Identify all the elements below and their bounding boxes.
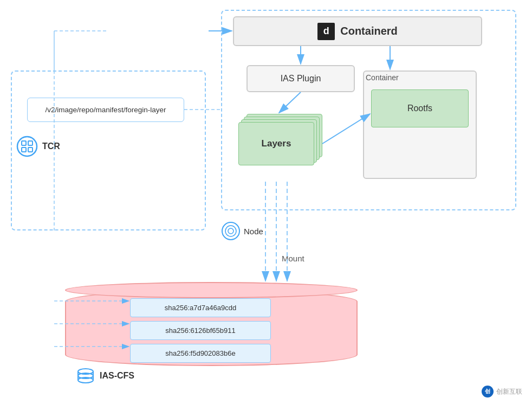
mount-label: Mount <box>282 254 304 263</box>
disk-top-ellipse <box>65 282 358 298</box>
ias-cfs-text: IAS-CFS <box>100 371 134 381</box>
svg-rect-2 <box>28 141 33 145</box>
hash-3-text: sha256:f5d902083b6e <box>165 349 235 357</box>
ias-plugin-label: IAS Plugin <box>281 74 321 84</box>
rootfs-label: Rootfs <box>407 104 432 113</box>
node-icon <box>221 221 241 241</box>
layer-card-4: Layers <box>238 122 314 165</box>
node-text: Node <box>244 227 263 236</box>
watermark: 创 创新互联 <box>482 386 522 397</box>
svg-rect-4 <box>28 148 33 152</box>
containerd-icon: d <box>317 23 335 40</box>
manifest-box: /v2/image/repo/manifest/foregin-layer <box>27 98 184 122</box>
manifest-path-label: /v2/image/repo/manifest/foregin-layer <box>46 106 166 114</box>
diagram-container: d Containerd IAS Plugin Container Rootfs… <box>0 0 532 404</box>
hash-box-2: sha256:6126bf65b911 <box>130 321 271 340</box>
hash-box-3: sha256:f5d902083b6e <box>130 344 271 363</box>
svg-point-7 <box>228 228 233 234</box>
layers-label: Layers <box>262 138 291 149</box>
svg-point-5 <box>222 222 239 240</box>
containerd-box: d Containerd <box>233 16 482 46</box>
layers-stack: Layers <box>238 114 320 179</box>
hash-2-text: sha256:6126bf65b911 <box>165 326 235 335</box>
svg-point-0 <box>17 137 37 156</box>
node-label-group: Node <box>221 221 263 241</box>
ias-cfs-label-group: IAS-CFS <box>76 366 134 386</box>
svg-rect-1 <box>22 141 26 145</box>
ias-plugin-box: IAS Plugin <box>246 65 355 92</box>
hash-box-1: sha256:a7d7a46a9cdd <box>130 298 271 317</box>
containerd-label: Containerd <box>340 25 398 37</box>
rootfs-box: Rootfs <box>371 89 469 127</box>
watermark-icon: 创 <box>482 386 494 397</box>
watermark-text: 创新互联 <box>496 387 522 396</box>
ias-cfs-icon <box>76 366 95 386</box>
hash-1-text: sha256:a7d7a46a9cdd <box>165 304 236 312</box>
tcr-icon <box>16 136 38 157</box>
container-label: Container <box>366 73 399 82</box>
ias-cfs-area: sha256:a7d7a46a9cdd sha256:6126bf65b911 … <box>65 282 358 374</box>
tcr-label-group: TCR <box>16 136 60 157</box>
svg-rect-3 <box>22 148 26 152</box>
tcr-text: TCR <box>42 142 60 151</box>
svg-point-6 <box>225 226 236 236</box>
